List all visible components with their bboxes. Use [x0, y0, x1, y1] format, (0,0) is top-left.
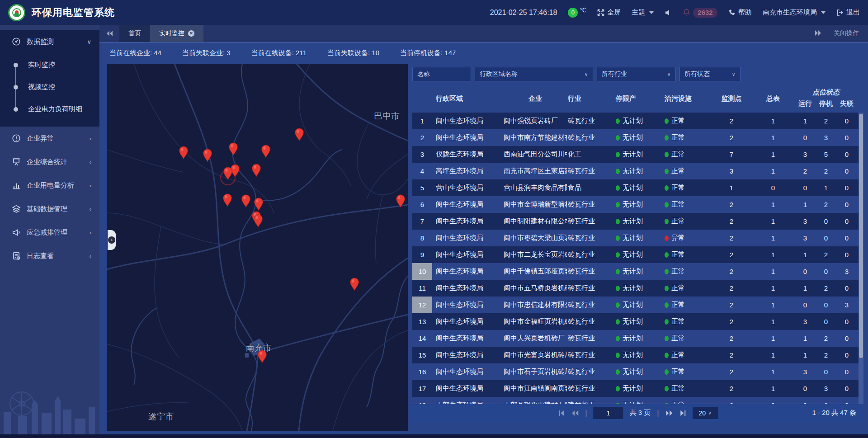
- row-number-cell: 4: [412, 163, 432, 179]
- table-cell: 阆中生态环境局: [432, 263, 500, 280]
- table-row[interactable]: 9阆中生态环境局阆中市二龙长宝页岩砖砖瓦行业无计划正常21120: [412, 246, 863, 263]
- table-cell: 砖瓦行业: [567, 363, 616, 380]
- table-row[interactable]: 15阆中生态环境局阆中市光富页岩机砖厂砖瓦行业无计划正常21120: [412, 347, 863, 363]
- notifications[interactable]: 2632: [683, 8, 717, 18]
- table-row[interactable]: 12阆中生态环境局阆中市忠信建材有限公砖瓦行业无计划正常21003: [412, 297, 863, 313]
- org-dropdown[interactable]: 南充市生态环境局: [763, 8, 826, 17]
- temperature-value: 0: [568, 8, 578, 18]
- first-page-button[interactable]: [558, 410, 565, 416]
- sidebar-item-4[interactable]: 基础数据管理‹: [0, 197, 99, 221]
- table-cell: 0: [836, 397, 857, 404]
- map-pin-icon[interactable]: [253, 214, 263, 230]
- prev-page-button[interactable]: [571, 410, 579, 416]
- status-select[interactable]: 所有状态 ∨: [679, 67, 741, 81]
- table-row[interactable]: 14阆中生态环境局阆中大兴页岩机砖厂砖瓦行业无计划正常21120: [412, 330, 863, 347]
- table-row[interactable]: 6阆中生态环境局阆中市金博瑞新型墙材砖瓦行业无计划正常21120: [412, 196, 863, 213]
- table-row[interactable]: 5营山生态环境局营山县润丰肉食品有限食品无计划正常10010: [412, 179, 863, 196]
- map-pin-icon[interactable]: [254, 198, 264, 213]
- name-search-input[interactable]: [412, 67, 471, 81]
- last-page-button[interactable]: [679, 410, 686, 416]
- table-row[interactable]: 18南部生态环境局南部县砚化山建材有限建材加工无计划正常60060: [412, 397, 863, 404]
- map-pin-icon[interactable]: [257, 350, 267, 365]
- table-row[interactable]: 16阆中生态环境局阆中市石子页岩机砖厂砖瓦行业无计划正常21300: [412, 363, 863, 380]
- status-dot-icon: [665, 302, 669, 308]
- table-cell: 砖瓦行业: [567, 297, 616, 313]
- sidebar-item-2[interactable]: 企业综合统计‹: [0, 150, 99, 174]
- tabs-scroll-left-button[interactable]: [99, 25, 119, 42]
- theme-dropdown[interactable]: 主题: [632, 8, 654, 17]
- table-row[interactable]: 4高坪生态环境局南充市高坪区王家店建砖瓦行业无计划正常31220: [412, 163, 863, 179]
- map-pin-icon[interactable]: [396, 194, 406, 210]
- help-button[interactable]: 帮助: [728, 8, 752, 17]
- mute-button[interactable]: [665, 9, 672, 16]
- sidebar-subitem-0[interactable]: 实时监控: [0, 54, 99, 76]
- status-dot-icon: [665, 169, 669, 174]
- table-row[interactable]: 1阆中生态环境局阆中强锐页岩砖厂砖瓦行业无计划正常21120: [412, 113, 863, 129]
- table-cell: 砖瓦行业: [567, 196, 616, 213]
- map-pin-icon[interactable]: [294, 128, 304, 143]
- map-pin-icon[interactable]: [261, 145, 271, 160]
- tab-realtime-monitor[interactable]: 实时监控 ✕: [150, 25, 203, 42]
- row-number-cell: 9: [412, 246, 432, 263]
- table-scrollbar[interactable]: [859, 113, 863, 404]
- table-cell: 1: [751, 196, 795, 213]
- sidebar-subitem-1[interactable]: 视频监控: [0, 76, 99, 98]
- fullscreen-label: 全屏: [607, 8, 621, 17]
- table-row[interactable]: 7阆中生态环境局阆中明阳建材有限公司砖瓦行业无计划正常21300: [412, 213, 863, 230]
- cityscape-decoration: [0, 362, 99, 434]
- status-dot-icon: [616, 118, 620, 124]
- sidebar-item-1[interactable]: 企业异常‹: [0, 127, 99, 150]
- map-pin-icon[interactable]: [179, 146, 189, 161]
- tab-home[interactable]: 首页: [119, 25, 150, 42]
- table-row[interactable]: 11阆中生态环境局阆中市五马桥页岩机砖砖瓦行业无计划正常21120: [412, 280, 863, 297]
- map-pin-icon[interactable]: [203, 149, 212, 164]
- map-pin-icon[interactable]: [349, 278, 359, 293]
- table-cell: 阆中生态环境局: [432, 129, 500, 146]
- map-pin-icon[interactable]: [222, 193, 232, 209]
- table-cell: 砖瓦行业: [567, 113, 616, 129]
- table-cell: 1: [816, 179, 836, 196]
- status-dot-icon: [616, 219, 620, 224]
- chevron-down-icon: ∨: [708, 410, 712, 416]
- tab-label: 实时监控: [159, 29, 184, 38]
- table-row[interactable]: 8阆中生态环境局阆中市枣碧大梁山页岩砖瓦行业无计划异常21300: [412, 230, 863, 246]
- map-pin-icon[interactable]: [228, 142, 238, 158]
- table-cell: 2: [712, 263, 751, 280]
- stop-status-label: 无计划: [623, 384, 643, 393]
- tab-close-icon[interactable]: ✕: [188, 30, 194, 37]
- map-pin-icon[interactable]: [251, 164, 261, 179]
- page-size-select[interactable]: 20 ∨: [693, 407, 718, 419]
- logout-button[interactable]: 退出: [836, 8, 860, 17]
- table-row[interactable]: 13阆中生态环境局阆中市金福旺页岩机砖砖瓦行业无计划正常21300: [412, 313, 863, 330]
- region-select[interactable]: 行政区域名称 ∨: [475, 67, 593, 81]
- sidebar-item-5[interactable]: 应急减排管理‹: [0, 221, 99, 244]
- facility-status-label: 正常: [671, 117, 685, 125]
- table-cell: 1: [751, 363, 795, 380]
- stop-status-cell: 无计划: [616, 179, 665, 196]
- map-pin-icon[interactable]: [241, 194, 251, 210]
- map-pin-icon[interactable]: [223, 167, 233, 182]
- close-operations-button[interactable]: 关闭操作: [834, 29, 859, 38]
- tabs-scroll-right-button[interactable]: [815, 30, 822, 38]
- table-row[interactable]: 17阆中生态环境局阆中市江南镇阆南页岩砖瓦行业无计划正常21030: [412, 380, 863, 397]
- table-row[interactable]: 2阆中生态环境局阆中市南方节能建材有砖瓦行业无计划正常21030: [412, 129, 863, 146]
- sidebar-subitem-2[interactable]: 企业电力负荷明细: [0, 98, 99, 120]
- map-panel[interactable]: ‹ 巴中市南充市遂宁市: [107, 64, 408, 431]
- table-row[interactable]: 3仪陇生态环境局西南油气田分公司川中化工无计划正常71350: [412, 146, 863, 163]
- sidebar-item-6[interactable]: 日志查看‹: [0, 244, 99, 268]
- fullscreen-button[interactable]: 全屏: [597, 8, 621, 17]
- table-cell: 2: [712, 330, 751, 347]
- sidebar-group: 数据监测∨实时监控视频监控企业电力负荷明细: [0, 30, 99, 127]
- table-cell: 0: [795, 129, 816, 146]
- sidebar-item-0[interactable]: 数据监测∨: [0, 30, 99, 53]
- row-number: 10: [412, 263, 432, 280]
- sidebar-collapse-handle[interactable]: ‹: [108, 230, 116, 250]
- stop-status-cell: 无计划: [616, 129, 665, 146]
- next-page-button[interactable]: [665, 410, 673, 416]
- industry-select[interactable]: 所有行业 ∨: [597, 67, 676, 81]
- sidebar-subitem-label: 视频监控: [28, 83, 55, 91]
- scrollbar-thumb[interactable]: [859, 114, 863, 358]
- table-row[interactable]: 10阆中生态环境局阆中千佛镇五郎垭页岩砖瓦行业无计划正常21003: [412, 263, 863, 280]
- sidebar-item-3[interactable]: 企业用电量分析‹: [0, 174, 99, 197]
- page-number-input[interactable]: [594, 407, 623, 419]
